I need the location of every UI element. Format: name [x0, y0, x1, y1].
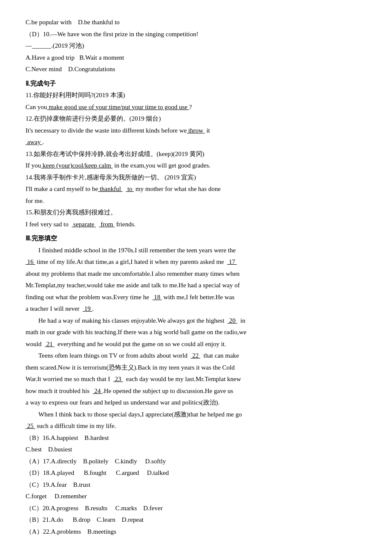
- q14-en: I'll make a card myself to be thankful t…: [26, 184, 366, 195]
- q17-answer: （A）17.A.directly B.politely C.kindly D.s…: [26, 456, 366, 467]
- passage-p10: Teens often learn things on TV or from a…: [26, 350, 366, 361]
- q13-cn: 13.如果你在考试中保持冷静,就会考出好成绩。(keep)(2019 黄冈): [26, 149, 366, 160]
- q12-en2: away .: [26, 137, 366, 148]
- q16-cd: C.best D.busiest: [26, 444, 366, 455]
- q19-cd: C.forget D.remember: [26, 491, 366, 502]
- q14-en2: for me.: [26, 196, 366, 207]
- q18-answer: （D）18.A.played B.fought C.argued D.talke…: [26, 468, 366, 479]
- q22-answer: （A）22.A.problems B.meetings: [26, 526, 366, 538]
- q12-en: It's necessary to divide the waste into …: [26, 125, 366, 136]
- choice-cd-1: C.be popular with D.be thankful to: [26, 17, 366, 28]
- passage-p7: He had a way of making his classes enjoy…: [26, 315, 366, 327]
- section-ii-title: Ⅱ.完成句子: [26, 78, 366, 90]
- q10-line1: （D）10.—We have won the first prize in th…: [26, 29, 366, 40]
- q15-en: I feel very sad to separate from friends…: [26, 219, 366, 230]
- passage-p1: I finished middle school in the 1970s.I …: [26, 245, 366, 256]
- q13-en: If you keep (your)cool/keep calm in the …: [26, 160, 366, 171]
- passage-p16: 25 such a difficult time in my life.: [26, 421, 366, 432]
- q11-en: Can you make good use of your time/put y…: [26, 102, 366, 113]
- passage-p15: When I think back to those special days,…: [26, 409, 366, 420]
- q15-cn: 15.和朋友们分离我感到很难过。: [26, 207, 366, 218]
- passage-p12: War.It worried me so much that I 23 each…: [26, 374, 366, 385]
- q20-answer: （C）20.A.progress B.results C.marks D.fev…: [26, 503, 366, 514]
- q10-choices-ab: A.Have a good trip B.Wait a moment: [26, 52, 366, 64]
- passage-p4: Mr.Templat,my teacher,would take me asid…: [26, 280, 366, 291]
- passage-p5: finding out what the problem was.Every t…: [26, 292, 366, 303]
- passage-p3: about my problems that made me uncomfort…: [26, 269, 366, 280]
- q19-answer: （C）19.A.fear B.trust: [26, 480, 366, 491]
- q14-cn: 14.我将亲手制作卡片,感谢母亲为我所做的一切。 (2019 宜宾): [26, 172, 366, 183]
- main-content: C.be popular with D.be thankful to （D）10…: [26, 17, 366, 537]
- passage-p6: a teacher I will never 19 .: [26, 304, 366, 315]
- passage-p13: how much it troubled his 24 .He opened t…: [26, 386, 366, 397]
- q11-cn: 11.你能好好利用时间吗?(2019 本溪): [26, 90, 366, 101]
- q10-line2: —______.(2019 河池): [26, 40, 366, 52]
- q12-cn: 12.在扔掉废物前进行分类是必要的。(2019 烟台): [26, 113, 366, 124]
- passage-p8: math in our grade with his teaching.If t…: [26, 327, 366, 338]
- passage-p11: them scared.Now it is terrorism(恐怖主义).Ba…: [26, 362, 366, 373]
- q10-choices-cd: C.Never mind D.Congratulations: [26, 64, 366, 75]
- passage-p14: a way to express our fears and helped us…: [26, 397, 366, 408]
- passage-p2: 16 time of my life.At that time,as a gir…: [26, 257, 366, 268]
- passage-p9: would 21 everything and he would put the…: [26, 339, 366, 350]
- q16-answer: （B）16.A.happiest B.hardest: [26, 433, 366, 444]
- q21-answer: （B）21.A.do B.drop C.learn D.repeat: [26, 515, 366, 526]
- section-iii-title: Ⅲ.完形填空: [26, 233, 366, 244]
